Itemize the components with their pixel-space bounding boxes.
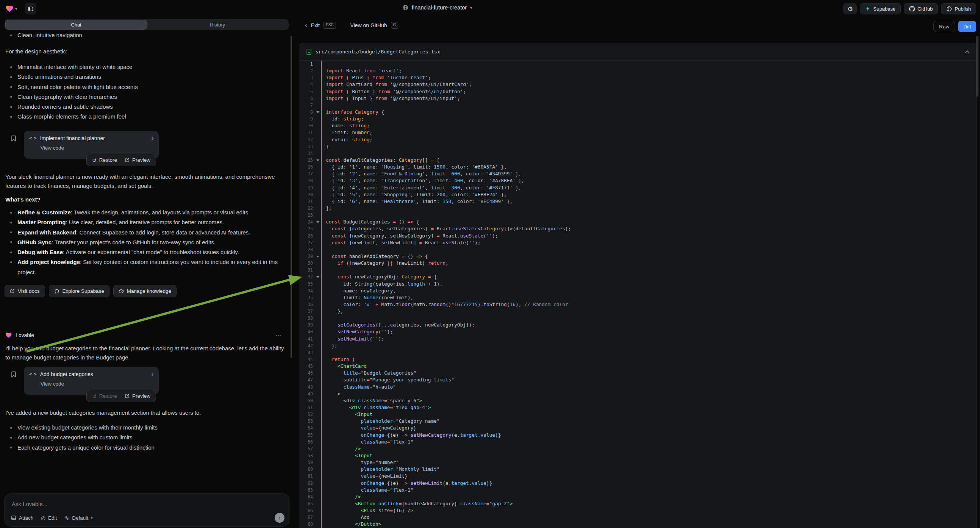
fold-chevron-icon xyxy=(316,276,319,278)
line-number: 24 xyxy=(299,219,315,225)
code-line: 45 <ChartCard xyxy=(299,363,977,370)
external-link-icon xyxy=(10,289,15,294)
chat-history-tabs: Chat History xyxy=(5,19,289,30)
restore-button-disabled[interactable]: ↺ Restore xyxy=(92,393,117,399)
tab-history[interactable]: History xyxy=(147,20,288,30)
line-number: 16 xyxy=(299,164,315,170)
preview-button[interactable]: Preview xyxy=(125,157,150,163)
line-number: 62 xyxy=(299,480,315,487)
list-item: Subtle animations and transitions xyxy=(10,72,287,82)
publish-button[interactable]: Publish xyxy=(941,3,976,14)
lovable-logo-icon[interactable] xyxy=(5,5,14,13)
code-icon: < > xyxy=(29,372,37,377)
sidebar-toggle-button[interactable] xyxy=(25,3,37,14)
fold-toggle[interactable] xyxy=(315,219,321,225)
line-number: 12 xyxy=(299,136,315,143)
chat-bubble-icon xyxy=(54,289,59,294)
code-line: 56 className="flex-1" xyxy=(299,439,977,445)
line-number: 31 xyxy=(299,267,315,274)
chat-input[interactable]: Ask Lovable... xyxy=(12,501,47,507)
fold-toggle[interactable] xyxy=(315,274,321,280)
attach-button[interactable]: Attach xyxy=(11,515,33,521)
package-icon xyxy=(119,289,124,294)
view-code-link[interactable]: View code xyxy=(41,381,153,387)
mode-select[interactable]: Default ▾ xyxy=(64,515,93,521)
lovable-app-window: ▾ financial-future-creator ▾ ⚙ Supabase xyxy=(0,0,980,528)
list-item: GitHub Sync: Transfer your project's cod… xyxy=(10,237,290,247)
topbar-right: ⚙ Supabase GitHub Publish xyxy=(843,3,976,14)
line-number: 67 xyxy=(299,514,315,521)
list-item: View existing budget categories with the… xyxy=(10,423,287,433)
code-line: 41 setNewLimit(''); xyxy=(299,336,977,342)
send-button[interactable]: ↑ xyxy=(275,513,285,523)
code-lines[interactable]: 12import React from 'react';3import { Pl… xyxy=(299,60,977,528)
code-line: 31 xyxy=(299,267,977,274)
code-line: 57 /> xyxy=(299,445,977,452)
tab-chat[interactable]: Chat xyxy=(5,20,147,30)
line-number: 49 xyxy=(299,391,315,397)
version-title: Add budget categories xyxy=(40,371,148,377)
code-line: 51 <div className="flex gap-4"> xyxy=(299,404,977,411)
code-line: 34 name: newCategory, xyxy=(299,288,977,294)
fold-chevron-icon xyxy=(316,111,319,113)
fold-toggle[interactable] xyxy=(315,109,321,116)
preview-button[interactable]: Preview xyxy=(125,393,150,399)
chevron-down-icon[interactable]: ▾ xyxy=(15,6,18,11)
bookmark-icon[interactable] xyxy=(10,135,17,142)
line-number: 43 xyxy=(299,349,315,356)
bookmark-icon[interactable] xyxy=(10,371,17,378)
codeview-scrollbar[interactable] xyxy=(976,36,978,97)
assistant-paragraph: Your sleek financial planner is now read… xyxy=(5,172,288,191)
project-switcher[interactable]: financial-future-creator ▾ xyxy=(402,5,473,11)
line-number: 48 xyxy=(299,384,315,391)
chat-composer[interactable]: Ask Lovable... Attach ◎ Edit xyxy=(5,493,290,526)
codeview-header: ‹ Exit ESC View on GitHub G xyxy=(305,22,398,29)
chat-scrollbar[interactable] xyxy=(291,36,292,358)
explore-supabase-button[interactable]: Explore Supabase xyxy=(49,285,110,297)
code-line: 58 <Input xyxy=(299,452,977,459)
chevron-left-icon[interactable]: ‹ xyxy=(305,22,307,29)
fold-chevron-icon xyxy=(316,221,319,223)
version-card-header[interactable]: < > Add budget categories › xyxy=(29,371,153,378)
manage-knowledge-button[interactable]: Manage knowledge xyxy=(113,285,177,297)
code-line: 62 onChange={(e) => setNewLimit(e.target… xyxy=(299,480,977,487)
code-line: 46 title="Budget Categories" xyxy=(299,370,977,377)
fold-toggle[interactable] xyxy=(315,157,321,164)
version-card-header[interactable]: < > Implement financial planner › xyxy=(29,135,153,142)
restore-button[interactable]: ↺ Restore xyxy=(92,157,117,163)
list-item: Master Prompting: Use clear, detailed, a… xyxy=(10,218,290,227)
line-number: 9 xyxy=(299,116,315,122)
code-line: 25 const [categories, setCategories] = R… xyxy=(299,225,977,232)
diff-button[interactable]: Diff xyxy=(958,21,976,32)
message-menu-button[interactable]: ⋯ xyxy=(275,332,281,339)
supabase-button[interactable]: Supabase xyxy=(860,3,901,14)
github-button[interactable]: GitHub xyxy=(904,3,938,14)
fold-toggle[interactable] xyxy=(315,253,321,260)
raw-button[interactable]: Raw xyxy=(934,21,955,32)
line-number: 23 xyxy=(299,212,315,219)
file-header[interactable]: src/components/budget/BudgetCategories.t… xyxy=(299,43,977,60)
line-number: 20 xyxy=(299,191,315,198)
visit-docs-button[interactable]: Visit docs xyxy=(5,285,45,297)
line-number: 21 xyxy=(299,198,315,205)
code-line: 20 { id: '5', name: 'Shopping', limit: 2… xyxy=(299,191,977,198)
target-icon: ◎ xyxy=(41,515,45,521)
code-line: 23 xyxy=(299,212,977,219)
exit-button[interactable]: Exit xyxy=(311,22,320,29)
edit-button[interactable]: ◎ Edit xyxy=(41,515,57,521)
settings-button[interactable]: ⚙ xyxy=(843,3,857,14)
code-line: 17 { id: '2', name: 'Food & Dining', lim… xyxy=(299,170,977,177)
line-number: 27 xyxy=(299,239,315,246)
code-line: 33 id: String(categories.length + 1), xyxy=(299,281,977,288)
code-line: 63 className="flex-1" xyxy=(299,487,977,493)
code-line: 6import { Input } from '@/components/ui/… xyxy=(299,95,977,102)
gear-icon: ⚙ xyxy=(847,5,853,13)
view-on-github-link[interactable]: View on GitHub xyxy=(350,22,387,29)
fold-chevron-icon xyxy=(316,256,319,258)
list-item: Add project knowledge: Set key context o… xyxy=(10,257,290,277)
collapse-file-button[interactable] xyxy=(965,50,970,53)
file-path: src/components/budget/BudgetCategories.t… xyxy=(315,49,440,54)
view-code-link[interactable]: View code xyxy=(41,145,153,151)
code-line: 35 limit: Number(newLimit), xyxy=(299,294,977,301)
line-number: 10 xyxy=(299,122,315,129)
